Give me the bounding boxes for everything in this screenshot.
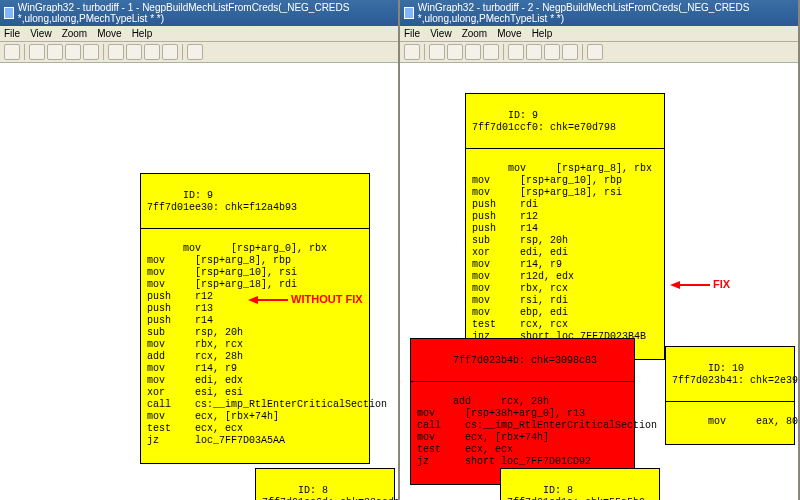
tool-right-icon[interactable] [526,44,542,60]
tool-open-icon[interactable] [404,44,420,60]
toolbar-divider [424,44,425,60]
right-titlebar[interactable]: WinGraph32 - turbodiff - 2 - NegpBuildMe… [400,0,798,26]
right-toolbar[interactable] [400,42,798,63]
node-id9[interactable]: ID: 9 7ff7d01ccf0: chk=e70d798 mov [rsp+… [465,93,665,360]
right-menubar[interactable]: File View Zoom Move Help [400,26,798,42]
app-icon [404,7,414,19]
node-body: add rcx, 28h mov [rsp+38h+arg_0], r13 ca… [417,396,657,467]
toolbar-divider [24,44,25,60]
tool-print-icon[interactable] [587,44,603,60]
node-id9[interactable]: ID: 9 7ff7d01ee30: chk=f12a4b93 mov [rsp… [140,173,370,464]
tool-down-icon[interactable] [562,44,578,60]
tool-fit-icon[interactable] [65,44,81,60]
tool-open-icon[interactable] [4,44,20,60]
tool-zoomin-icon[interactable] [29,44,45,60]
menu-file[interactable]: File [404,28,420,39]
left-title: WinGraph32 - turbodiff - 1 - NegpBuildMe… [18,2,394,24]
tool-zoomout-icon[interactable] [47,44,63,60]
menu-zoom[interactable]: Zoom [462,28,488,39]
right-title: WinGraph32 - turbodiff - 2 - NegpBuildMe… [418,2,794,24]
annotation-fix: FIX [670,278,730,290]
tool-left-icon[interactable] [108,44,124,60]
app-icon [4,7,14,19]
menu-view[interactable]: View [430,28,452,39]
menu-move[interactable]: Move [97,28,121,39]
annot-text: WITHOUT FIX [291,293,363,305]
toolbar-divider [582,44,583,60]
tool-down-icon[interactable] [162,44,178,60]
left-pane: WinGraph32 - turbodiff - 1 - NegpBuildMe… [0,0,400,500]
node-header: ID: 9 7ff7d01ee30: chk=f12a4b93 [147,190,297,213]
right-canvas[interactable]: ID: 9 7ff7d01ccf0: chk=e70d798 mov [rsp+… [400,63,798,500]
menu-file[interactable]: File [4,28,20,39]
arrow-line [258,299,288,301]
annotation-without-fix: WITHOUT FIX [248,293,363,305]
annot-text: FIX [713,278,730,290]
arrow-left-icon [670,281,680,289]
node-diff-red[interactable]: 7ff7d023b4b: chk=3098c83 add rcx, 28h mo… [410,338,635,485]
node-id8[interactable]: ID: 8 7ff7d01ee6d: chk=33aedac mov rax, … [255,468,395,500]
menu-move[interactable]: Move [497,28,521,39]
node-header: ID: 8 7ff7d01ee6d: chk=33aedac [262,485,398,500]
arrow-line [680,284,710,286]
menu-zoom[interactable]: Zoom [62,28,88,39]
menu-help[interactable]: Help [132,28,153,39]
tool-zoomout-icon[interactable] [447,44,463,60]
node-id8[interactable]: ID: 8 7ff7d01cd1a: chk=55a5b0 shl ecx, 4… [500,468,660,500]
tool-zoomin-icon[interactable] [429,44,445,60]
tool-left-icon[interactable] [508,44,524,60]
tool-fit-icon[interactable] [465,44,481,60]
node-header: ID: 9 7ff7d01ccf0: chk=e70d798 [472,110,616,133]
tool-100-icon[interactable] [483,44,499,60]
node-body: mov [rsp+arg_0], rbx mov [rsp+arg_8], rb… [147,243,387,446]
menu-help[interactable]: Help [532,28,553,39]
tool-right-icon[interactable] [126,44,142,60]
menu-view[interactable]: View [30,28,52,39]
left-canvas[interactable]: ID: 9 7ff7d01ee30: chk=f12a4b93 mov [rsp… [0,63,398,500]
toolbar-divider [182,44,183,60]
right-pane: WinGraph32 - turbodiff - 2 - NegpBuildMe… [400,0,800,500]
node-header: 7ff7d023b4b: chk=3098c83 [453,355,597,366]
node-id10[interactable]: ID: 10 7ff7d023b41: chk=2e39040 mov eax,… [665,346,795,445]
left-toolbar[interactable] [0,42,398,63]
node-body: mov eax, 8009030Eh [708,416,798,427]
left-menubar[interactable]: File View Zoom Move Help [0,26,398,42]
tool-up-icon[interactable] [144,44,160,60]
toolbar-divider [503,44,504,60]
tool-print-icon[interactable] [187,44,203,60]
left-titlebar[interactable]: WinGraph32 - turbodiff - 1 - NegpBuildMe… [0,0,398,26]
arrow-left-icon [248,296,258,304]
node-body: mov [rsp+arg_8], rbx mov [rsp+arg_10], r… [472,163,652,342]
tool-100-icon[interactable] [83,44,99,60]
toolbar-divider [103,44,104,60]
tool-up-icon[interactable] [544,44,560,60]
node-header: ID: 10 7ff7d023b41: chk=2e39040 [672,363,798,386]
node-header: ID: 8 7ff7d01cd1a: chk=55a5b0 [507,485,645,500]
